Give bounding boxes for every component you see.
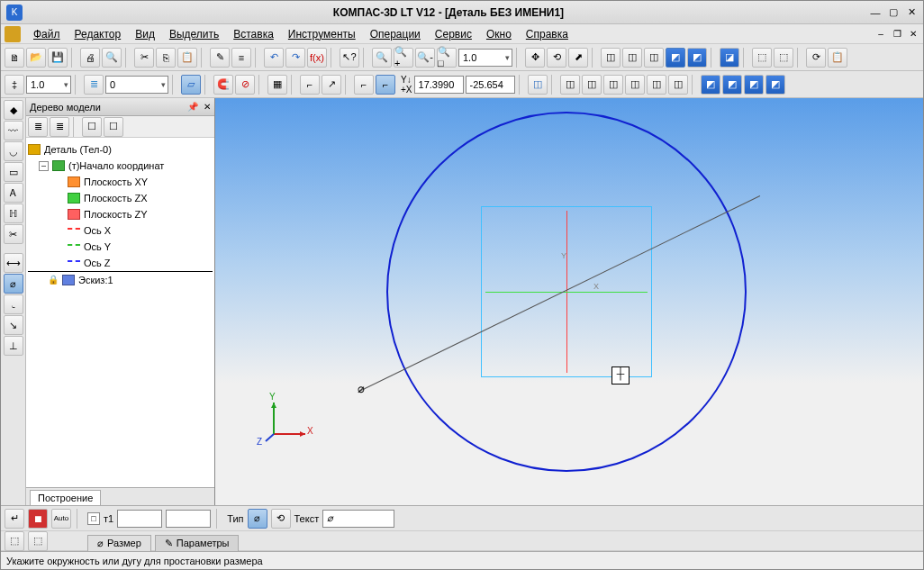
- minimize-icon[interactable]: —: [869, 6, 882, 19]
- menu-file[interactable]: Файл: [26, 26, 68, 42]
- view1-button[interactable]: ◫: [560, 75, 580, 95]
- sketch-mode-button[interactable]: ▱: [181, 75, 201, 95]
- tool-text[interactable]: Ꭺ: [4, 183, 23, 203]
- pin-icon[interactable]: 📌: [187, 102, 198, 112]
- tree-tab-build[interactable]: Построение: [30, 490, 101, 505]
- tool-line[interactable]: 〰: [4, 121, 23, 140]
- tool-dim-leader[interactable]: ↘: [4, 315, 23, 335]
- preview-button[interactable]: 🔍: [102, 48, 122, 68]
- prop-text-field[interactable]: ⌀: [322, 510, 394, 528]
- zoom-combo[interactable]: 1.0: [458, 49, 512, 67]
- simplify-button[interactable]: ⬚: [774, 48, 793, 68]
- pan-button[interactable]: ✥: [525, 48, 545, 68]
- round-button[interactable]: ⌐: [300, 75, 320, 95]
- tree-plane-zx[interactable]: Плоскость ZX: [28, 190, 213, 206]
- zoom-window-button[interactable]: 🔍: [372, 48, 392, 68]
- close-icon[interactable]: ✕: [905, 6, 918, 19]
- menu-insert[interactable]: Вставка: [226, 26, 281, 42]
- tree-mode1-button[interactable]: ☐: [82, 117, 102, 137]
- tree-root[interactable]: Деталь (Тел-0): [28, 141, 213, 158]
- section-button[interactable]: ⬚: [752, 48, 772, 68]
- perspective-button[interactable]: ◪: [720, 48, 739, 68]
- prop-tab-dimension[interactable]: ⌀ Размер: [87, 535, 151, 551]
- menu-service[interactable]: Сервис: [428, 26, 479, 42]
- prop-nav1-button[interactable]: ⬚: [5, 531, 24, 551]
- tree-axis-x[interactable]: Ось X: [28, 222, 213, 239]
- mdi-restore-icon[interactable]: ❐: [891, 29, 903, 40]
- tree-show-button[interactable]: ≣: [28, 117, 48, 137]
- tree-axis-y[interactable]: Ось Y: [28, 239, 213, 255]
- variables-button[interactable]: f(x): [307, 48, 327, 68]
- viewport[interactable]: X Y ⌀ ┼ X Y Z: [215, 98, 923, 505]
- orient-button[interactable]: ⬈: [568, 48, 588, 68]
- tool-dim-angle[interactable]: ⦦: [4, 294, 23, 314]
- tool-cut[interactable]: ✂: [4, 224, 23, 244]
- tree-origin[interactable]: – (т)Начало координат: [28, 158, 213, 174]
- hidden-remove-button[interactable]: ◫: [644, 48, 664, 68]
- tool-dim-diameter[interactable]: ⌀: [4, 274, 23, 294]
- tree-plane-xy[interactable]: Плоскость XY: [28, 174, 213, 190]
- prop-tab-params[interactable]: ✎ Параметры: [155, 535, 240, 551]
- hidden-thin-button[interactable]: ◫: [622, 48, 642, 68]
- ortho-button[interactable]: ↗: [322, 75, 341, 95]
- save-button[interactable]: 💾: [48, 48, 68, 68]
- coord-x-field[interactable]: 17.3990: [414, 76, 464, 94]
- snap-button[interactable]: 🧲: [213, 75, 233, 95]
- tree-mode2-button[interactable]: ☐: [104, 117, 123, 137]
- view-iso-button[interactable]: ◫: [528, 75, 548, 95]
- new-button[interactable]: 🗎: [5, 48, 24, 68]
- menu-window[interactable]: Окно: [479, 26, 519, 42]
- paste-button[interactable]: 📋: [177, 48, 197, 68]
- mdi-minimize-icon[interactable]: –: [874, 29, 887, 40]
- menu-help[interactable]: Справка: [519, 26, 575, 42]
- prop-t1y-field[interactable]: [166, 510, 211, 528]
- prop-type-dia-button[interactable]: ⌀: [248, 509, 267, 529]
- view6-button[interactable]: ◫: [668, 75, 688, 95]
- prop-type-rad-button[interactable]: ⟲: [271, 509, 291, 529]
- zoom-in-button[interactable]: 🔍+: [394, 48, 413, 68]
- prop-apply-button[interactable]: ↵: [5, 509, 24, 529]
- rotate-button[interactable]: ⟲: [547, 48, 566, 68]
- properties-button[interactable]: ✎: [210, 48, 230, 68]
- copy-button[interactable]: ⎘: [156, 48, 176, 68]
- redo-button[interactable]: ↷: [285, 48, 305, 68]
- localcs2-button[interactable]: ⌐: [376, 75, 395, 95]
- iso4-button[interactable]: ◩: [765, 75, 785, 95]
- grid-button[interactable]: ▦: [267, 75, 287, 95]
- layers-icon[interactable]: ≣: [84, 75, 104, 95]
- menu-operations[interactable]: Операции: [363, 26, 428, 42]
- snap-disable-button[interactable]: ⊘: [235, 75, 255, 95]
- shaded-button[interactable]: ◩: [666, 48, 685, 68]
- tool-rect[interactable]: ▭: [4, 162, 23, 182]
- wireframe-button[interactable]: ◫: [601, 48, 621, 68]
- linewidth-icon[interactable]: ‡: [5, 75, 24, 95]
- offset-combo[interactable]: 0: [105, 76, 168, 94]
- iso2-button[interactable]: ◩: [722, 75, 742, 95]
- copy-props-button[interactable]: ≡: [231, 48, 251, 68]
- tree-plane-zy[interactable]: Плоскость ZY: [28, 206, 213, 222]
- tool-arc[interactable]: ◡: [4, 141, 23, 161]
- linewidth-combo[interactable]: 1.0: [26, 76, 71, 94]
- zoom-out-button[interactable]: 🔍-: [415, 48, 435, 68]
- menu-select[interactable]: Выделить: [162, 26, 226, 42]
- collapse-icon[interactable]: –: [39, 161, 49, 171]
- cut-button[interactable]: ✂: [134, 48, 154, 68]
- tool-dim-linear[interactable]: ⟷: [4, 253, 23, 273]
- cursor-button[interactable]: ↖?: [340, 48, 359, 68]
- menu-view[interactable]: Вид: [128, 26, 162, 42]
- prop-nav2-button[interactable]: ⬚: [28, 531, 48, 551]
- tool-point[interactable]: ◆: [4, 100, 23, 120]
- tree-axis-z[interactable]: Ось Z: [28, 255, 213, 271]
- localcs-button[interactable]: ⌐: [354, 75, 374, 95]
- document-icon[interactable]: [5, 26, 21, 42]
- iso1-button[interactable]: ◩: [701, 75, 720, 95]
- tool-dim-datum[interactable]: ⊥: [4, 336, 23, 356]
- maximize-icon[interactable]: ▢: [887, 6, 900, 19]
- view5-button[interactable]: ◫: [647, 75, 666, 95]
- prop-auto-button[interactable]: Auto: [51, 509, 71, 529]
- mdi-close-icon[interactable]: ✕: [907, 29, 919, 40]
- rebuild-button[interactable]: ⟳: [806, 48, 826, 68]
- tree-filter-button[interactable]: ≣: [50, 117, 69, 137]
- menu-tools[interactable]: Инструменты: [281, 26, 363, 42]
- prop-stop-button[interactable]: ⏹: [28, 509, 48, 529]
